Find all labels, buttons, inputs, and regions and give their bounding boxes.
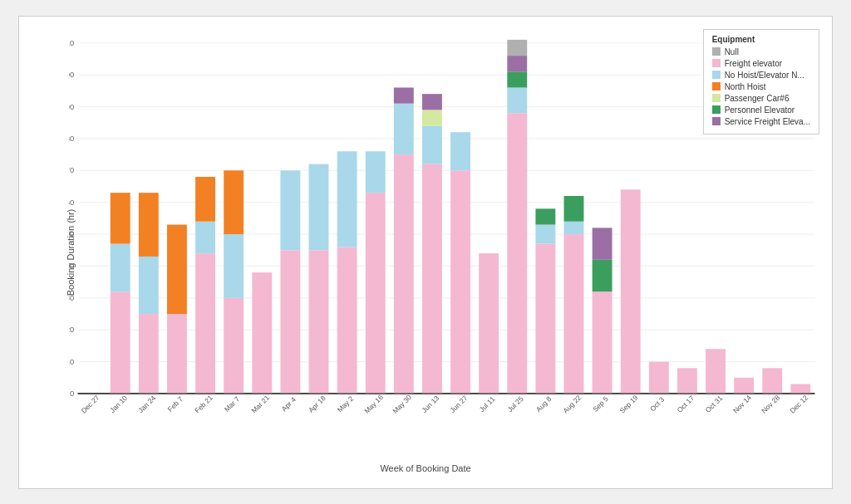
svg-text:Mar 7: Mar 7 [223, 394, 242, 413]
svg-rect-24 [111, 291, 130, 394]
svg-text:Oct 17: Oct 17 [675, 394, 696, 414]
legend-swatch [712, 105, 721, 114]
svg-rect-45 [366, 193, 386, 394]
svg-rect-71 [621, 189, 641, 394]
legend-swatch [712, 82, 721, 91]
svg-text:110: 110 [69, 37, 74, 46]
svg-rect-32 [195, 253, 215, 394]
svg-text:Apr 4: Apr 4 [280, 394, 298, 413]
svg-rect-34 [195, 176, 215, 221]
svg-text:Jul 11: Jul 11 [478, 394, 497, 413]
svg-rect-63 [535, 224, 555, 243]
legend-swatch [712, 117, 721, 125]
svg-rect-43 [337, 247, 357, 394]
svg-rect-59 [507, 71, 527, 87]
svg-rect-57 [507, 113, 527, 394]
svg-rect-70 [593, 228, 612, 259]
svg-text:Mar 21: Mar 21 [249, 393, 271, 414]
svg-text:60: 60 [69, 197, 74, 206]
svg-rect-25 [111, 243, 130, 291]
svg-text:70: 70 [69, 165, 74, 174]
svg-rect-58 [507, 87, 527, 113]
svg-rect-36 [224, 234, 243, 298]
svg-rect-51 [422, 125, 442, 164]
legend-title: Equipment [712, 35, 810, 44]
svg-text:Jun 27: Jun 27 [448, 394, 469, 414]
legend-item: Passenger Car#6 [712, 94, 810, 103]
svg-rect-48 [394, 103, 414, 154]
svg-rect-74 [706, 349, 726, 394]
svg-rect-67 [564, 196, 584, 222]
svg-rect-31 [167, 224, 187, 314]
legend-item: Service Freight Eleva... [712, 117, 810, 126]
svg-text:Apr 18: Apr 18 [307, 394, 327, 414]
svg-text:Oct 31: Oct 31 [704, 394, 725, 414]
svg-rect-40 [280, 170, 300, 250]
svg-rect-42 [309, 164, 329, 250]
legend-swatch [712, 59, 721, 67]
svg-text:Nov 28: Nov 28 [760, 393, 781, 414]
svg-rect-66 [564, 221, 584, 233]
svg-text:Dec 12: Dec 12 [788, 393, 809, 414]
svg-text:40: 40 [69, 261, 74, 270]
svg-text:Oct 3: Oct 3 [648, 394, 667, 413]
svg-text:Sep 19: Sep 19 [618, 393, 640, 414]
legend-swatch [712, 71, 721, 79]
svg-text:30: 30 [69, 293, 74, 302]
svg-text:Sep 5: Sep 5 [591, 394, 610, 413]
svg-rect-44 [337, 151, 357, 247]
svg-text:10: 10 [69, 356, 74, 365]
svg-text:Aug 22: Aug 22 [561, 393, 583, 414]
svg-rect-53 [422, 94, 442, 110]
svg-rect-26 [111, 193, 130, 243]
svg-rect-69 [593, 259, 612, 291]
svg-text:May 2: May 2 [336, 394, 356, 413]
svg-text:0: 0 [70, 389, 74, 398]
svg-rect-29 [139, 193, 159, 257]
legend-item: Null [712, 47, 810, 56]
svg-rect-75 [734, 377, 754, 393]
legend-item: Freight elevator [712, 59, 810, 68]
svg-text:Jan 10: Jan 10 [108, 394, 129, 414]
svg-rect-68 [593, 291, 612, 394]
svg-rect-52 [422, 110, 442, 125]
svg-text:Aug 8: Aug 8 [534, 394, 553, 413]
svg-text:50: 50 [69, 229, 74, 238]
svg-rect-39 [280, 250, 300, 394]
legend-item: No Hoist/Elevator N... [712, 71, 810, 80]
svg-text:Feb 21: Feb 21 [193, 393, 214, 414]
svg-text:May 16: May 16 [362, 393, 385, 415]
legend-swatch [712, 94, 721, 102]
svg-rect-56 [479, 253, 499, 394]
svg-rect-30 [167, 314, 187, 394]
svg-rect-50 [422, 164, 442, 393]
svg-text:Jun 13: Jun 13 [420, 394, 440, 414]
svg-rect-35 [224, 297, 243, 393]
legend-label: Null [725, 47, 739, 56]
svg-rect-27 [139, 314, 159, 394]
svg-rect-77 [790, 384, 810, 394]
legend-label: Passenger Car#6 [725, 94, 790, 103]
legend-label: North Hoist [725, 82, 766, 91]
svg-rect-73 [677, 368, 697, 394]
svg-text:100: 100 [69, 70, 74, 79]
svg-text:Nov 14: Nov 14 [731, 393, 753, 414]
legend-label: Personnel Elevator [725, 105, 795, 115]
legend-swatch [712, 47, 721, 56]
svg-text:20: 20 [69, 325, 74, 334]
svg-rect-33 [195, 221, 215, 252]
svg-rect-46 [366, 151, 386, 193]
x-axis-title: Week of Booking Date [380, 463, 470, 473]
legend-label: Freight elevator [725, 59, 782, 68]
legend-label: No Hoist/Elevator N... [725, 71, 804, 80]
svg-rect-65 [564, 234, 584, 394]
svg-rect-62 [535, 243, 555, 393]
svg-rect-72 [649, 361, 669, 393]
svg-rect-49 [394, 87, 414, 103]
svg-rect-47 [394, 154, 414, 394]
svg-rect-60 [507, 56, 527, 71]
svg-rect-38 [252, 272, 272, 394]
svg-rect-76 [762, 368, 782, 394]
svg-rect-55 [450, 132, 470, 170]
svg-text:80: 80 [69, 134, 74, 143]
